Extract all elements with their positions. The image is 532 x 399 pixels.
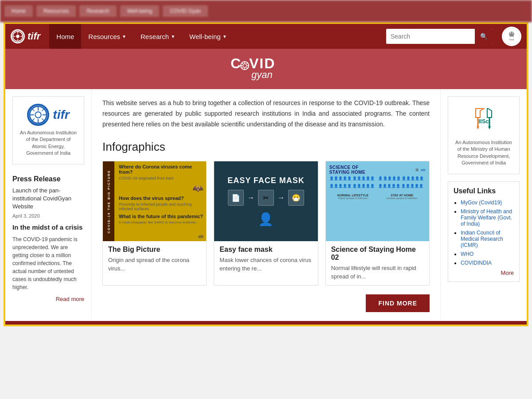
face-mask-card-desc: Mask lower chances of corona virus enter…	[219, 256, 312, 272]
svg-marker-38	[488, 126, 491, 129]
big-picture-a1: COVID-19 originated from bats	[119, 176, 203, 180]
svg-marker-35	[477, 126, 479, 129]
find-more-container: FIND MORE	[102, 294, 430, 312]
tifr-circle-icon	[11, 29, 25, 43]
mask-step-3: 😷	[288, 190, 304, 206]
icmr-link[interactable]: Indian Council of Medical Research (ICMR…	[461, 230, 503, 248]
staying-home-logos: 🏛 tifr	[415, 168, 426, 172]
stay-at-home-section: 👤👤👤👤👤 👤👤👤👤👤 👤👤👤👤👤 👤👤👤👤👤	[378, 176, 426, 192]
svg-marker-36	[487, 109, 492, 117]
iisc-description: An Autonomous Institution of the Ministr…	[454, 139, 514, 167]
staying-home-card-desc: Normal lifestyle will result in rapid sp…	[331, 264, 424, 280]
iisc-logo: IISc	[468, 104, 500, 136]
nav-home[interactable]: Home	[49, 24, 81, 49]
press-release-box: Press Release Launch of the pan-institut…	[12, 172, 84, 306]
bat-icon: 🦇	[119, 183, 203, 194]
mask-person-icon: 👤	[258, 212, 274, 227]
nav-wellbeing[interactable]: Well-being ▼	[182, 24, 234, 49]
big-picture-side-label: COVID-19 THE BIG PICTURE	[107, 170, 110, 233]
tifr-description: An Autonomous Institution of the Departm…	[18, 129, 78, 157]
useful-links-list: MyGov (Covid19) Ministry of Health and F…	[454, 200, 514, 266]
navbar-logo-text: tifr	[27, 31, 40, 42]
search-input[interactable]	[386, 29, 475, 44]
right-sidebar: IISc An Autonomous Institution of the Mi…	[440, 89, 527, 321]
list-item-mygov: MyGov (Covid19)	[461, 200, 514, 206]
covidindia-link[interactable]: COVIDINDIA	[461, 260, 492, 266]
press-release-subtitle: Launch of the pan-institutional CovidGya…	[12, 187, 84, 211]
mask-step-1: 📄	[228, 190, 244, 206]
svg-point-12	[243, 64, 246, 67]
iisc-box: IISc An Autonomous Institution of the Mi…	[448, 96, 520, 174]
wellbeing-dropdown-icon: ▼	[223, 34, 227, 39]
browser-tab-5[interactable]: COVID Gyan	[163, 5, 208, 17]
big-picture-card-body: The Big Picture Origin and spread of the…	[103, 241, 206, 277]
list-item-icmr: Indian Council of Medical Research (ICMR…	[461, 230, 514, 248]
useful-links-title: Useful Links	[454, 187, 514, 195]
press-release-body: The COVID-19 pandemic is unprecedented. …	[12, 235, 84, 291]
browser-tab-4[interactable]: Well-being	[120, 5, 159, 17]
intro-paragraph: This website serves as a hub to bring to…	[102, 98, 430, 129]
tifr-watermark: tifr	[198, 232, 203, 239]
svg-point-1	[16, 35, 19, 38]
navbar: tifr Home Resources ▼ Research ▼ Well-be…	[5, 24, 527, 49]
useful-links-more[interactable]: More	[454, 270, 514, 276]
browser-tab-1[interactable]: Home	[4, 5, 33, 17]
arrow-icon-1: →	[247, 194, 254, 202]
nav-links: Home Resources ▼ Research ▼ Well-being ▼	[49, 24, 382, 49]
big-picture-q2: How does the virus spread?	[119, 196, 203, 201]
mask-step-2: ✂	[258, 190, 274, 206]
svg-text:C: C	[231, 55, 242, 71]
nav-resources[interactable]: Resources ▼	[81, 24, 133, 49]
big-picture-a3: It could disappear like SARS or become e…	[119, 220, 203, 224]
big-picture-q1: Where do Corona viruses come from?	[119, 164, 203, 175]
svg-line-20	[242, 67, 243, 69]
face-mask-card-header: EASY FACE MASK	[227, 176, 305, 185]
find-more-button[interactable]: FIND MORE	[366, 294, 430, 312]
list-item-covidindia: COVIDINDIA	[461, 260, 514, 266]
govt-emblem: INDIA	[502, 27, 521, 46]
normal-lifestyle-section: 👤👤👤👤👤 👤👤👤👤👤 👤👤👤👤👤 👤👤👤👤👤	[329, 176, 377, 192]
svg-text:INDIA: INDIA	[509, 39, 514, 41]
tifr-wordmark: tifr	[53, 108, 69, 122]
press-release-title: Press Release	[12, 175, 84, 183]
covid-logo: C VID gyan	[222, 55, 310, 83]
staying-home-comparison: 👤👤👤👤👤 👤👤👤👤👤 👤👤👤👤👤 👤👤👤👤👤 👤👤�	[329, 176, 426, 192]
search-bar: 🔍	[386, 29, 493, 44]
covid-banner: C VID gyan	[5, 49, 527, 89]
navbar-logo[interactable]: tifr	[11, 29, 40, 43]
svg-text:IISc: IISc	[478, 118, 489, 125]
info-card-big-picture[interactable]: COVID-19 THE BIG PICTURE Where do Corona…	[102, 161, 207, 285]
svg-point-24	[35, 112, 41, 117]
nav-research[interactable]: Research ▼	[133, 24, 182, 49]
center-content: This website serves as a hub to bring to…	[92, 89, 440, 321]
infographics-title: Infographics	[102, 140, 430, 154]
read-more-link[interactable]: Read more	[12, 296, 84, 302]
big-picture-card-desc: Origin and spread of the corona virus...	[108, 256, 201, 272]
press-release-date: April 3, 2020	[12, 213, 84, 219]
browser-tab-3[interactable]: Research	[79, 5, 116, 17]
left-sidebar: tifr An Autonomous Institution of the De…	[5, 89, 92, 321]
svg-line-17	[242, 63, 243, 64]
face-mask-card-title: Easy face mask	[219, 246, 312, 254]
tifr-box: tifr An Autonomous Institution of the De…	[12, 96, 84, 164]
research-dropdown-icon: ▼	[171, 34, 175, 39]
svg-line-18	[246, 67, 248, 69]
mygov-link[interactable]: MyGov (Covid19)	[461, 200, 502, 206]
big-picture-a2: Proximity to infected people and touchin…	[119, 202, 203, 211]
face-mask-steps: 📄 → ✂ → 😷	[228, 190, 304, 206]
infographics-grid: COVID-19 THE BIG PICTURE Where do Corona…	[102, 161, 430, 285]
browser-bar: Home Resources Research Well-being COVID…	[0, 0, 532, 22]
browser-tab-2[interactable]: Resources	[36, 5, 76, 17]
list-item-who: WHO	[461, 251, 514, 257]
mohfw-link[interactable]: Ministry of Health and Family Welfare (G…	[461, 208, 512, 227]
big-picture-q3: What is the future of this pandemic?	[119, 214, 203, 219]
info-card-staying-home[interactable]: SCIENCE OFSTAYING HOME 🏛 tifr	[325, 161, 430, 285]
staying-home-header: SCIENCE OFSTAYING HOME 🏛 tifr	[329, 165, 426, 175]
tifr-large-circle-icon	[27, 104, 49, 126]
info-card-face-mask[interactable]: EASY FACE MASK 📄 → ✂ → 😷 👤	[214, 161, 318, 285]
search-button[interactable]: 🔍	[475, 29, 493, 44]
arrow-icon-2: →	[278, 194, 285, 202]
who-link[interactable]: WHO	[461, 251, 473, 257]
press-release-headline: In the midst of a crisis	[12, 223, 84, 232]
staying-home-card-title: Science of Staying Home 02	[331, 246, 424, 262]
